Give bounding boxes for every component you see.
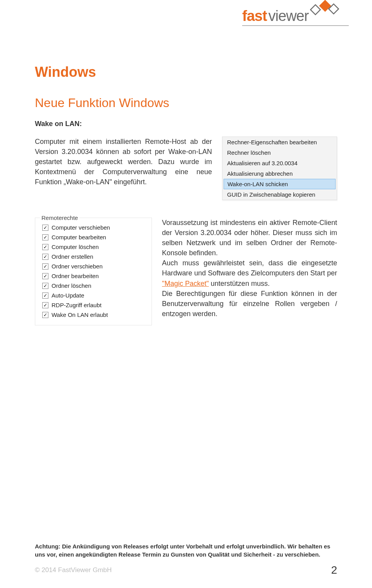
logo-diamonds-icon [310,0,341,19]
permission-row: ✓ Wake On LAN erlaubt [42,310,145,320]
checkbox-icon[interactable]: ✓ [42,292,48,299]
body-paragraph-2: Auch muss gewährleistet sein, dass die e… [162,258,337,288]
permission-row: ✓ Computer löschen [42,242,145,252]
logo: fastviewer [242,8,349,26]
menu-item-highlighted[interactable]: Wake-on-LAN schicken [224,179,336,189]
permission-label: Computer verschieben [52,224,110,231]
checkbox-icon[interactable]: ✓ [42,312,48,318]
permission-row: ✓ Computer bearbeiten [42,232,145,242]
magic-packet-link[interactable]: "Magic Packet" [162,280,209,287]
permission-row: ✓ Ordner bearbeiten [42,271,145,281]
permission-row: ✓ Ordner löschen [42,281,145,291]
copyright-text: © 2014 FastViewer GmbH [35,566,112,574]
permission-label: Ordner löschen [52,282,91,289]
permission-label: Ordner verschieben [52,263,103,270]
checkbox-icon[interactable]: ✓ [42,244,48,250]
permissions-panel: Remoterechte ✓ Computer verschieben ✓ Co… [35,218,152,325]
permission-row: ✓ RDP-Zugriff erlaubt [42,300,145,310]
permission-row: ✓ Ordner erstellen [42,252,145,261]
permission-label: Ordner erstellen [52,253,93,260]
checkbox-icon[interactable]: ✓ [42,225,48,231]
permissions-title: Remoterechte [40,214,79,221]
permission-label: Computer löschen [52,244,99,250]
menu-item[interactable]: Rechner-Eigenschaften bearbeiten [222,137,337,147]
logo-text-fast: fast [242,8,267,24]
intro-paragraph: Computer mit einem installierten Remote-… [35,137,212,187]
permission-row: ✓ Auto-Update [42,291,145,300]
body-text: Voraussetzung ist mindestens ein aktiver… [162,218,337,319]
menu-item[interactable]: GUID in Zwischenablage kopieren [222,189,337,200]
checkbox-icon[interactable]: ✓ [42,283,48,289]
body-paragraph-1: Voraussetzung ist mindestens ein aktiver… [162,218,337,258]
context-menu: Rechner-Eigenschaften bearbeiten Rechner… [222,137,337,200]
svg-rect-0 [310,5,320,14]
permission-label: Auto-Update [52,292,84,299]
checkbox-icon[interactable]: ✓ [42,302,48,308]
checkbox-icon[interactable]: ✓ [42,263,48,270]
menu-item[interactable]: Aktualisierung abbrechen [222,168,337,179]
permission-label: Computer bearbeiten [52,234,106,240]
logo-underline [242,25,349,26]
permission-label: Ordner bearbeiten [52,273,99,279]
permission-row: ✓ Ordner verschieben [42,261,145,271]
page-heading: Windows [35,64,337,80]
disclaimer-text: Achtung: Die Ankündigung von Releases er… [35,542,337,559]
body-paragraph-3: Die Berechtigungen für diese Funktion kö… [162,289,337,319]
permission-row: ✓ Computer verschieben [42,223,145,232]
menu-item[interactable]: Rechner löschen [222,147,337,158]
checkbox-icon[interactable]: ✓ [42,234,48,240]
checkbox-icon[interactable]: ✓ [42,254,48,260]
page-number: 2 [331,564,337,576]
subsection-heading: Wake on LAN: [35,120,337,128]
permission-label: Wake On LAN erlaubt [52,311,108,318]
permission-label: RDP-Zugriff erlaubt [52,302,102,308]
menu-item[interactable]: Aktualisieren auf 3.20.0034 [222,158,337,168]
checkbox-icon[interactable]: ✓ [42,273,48,279]
logo-text-viewer: viewer [269,8,309,24]
section-heading: Neue Funktion Windows [35,96,337,110]
